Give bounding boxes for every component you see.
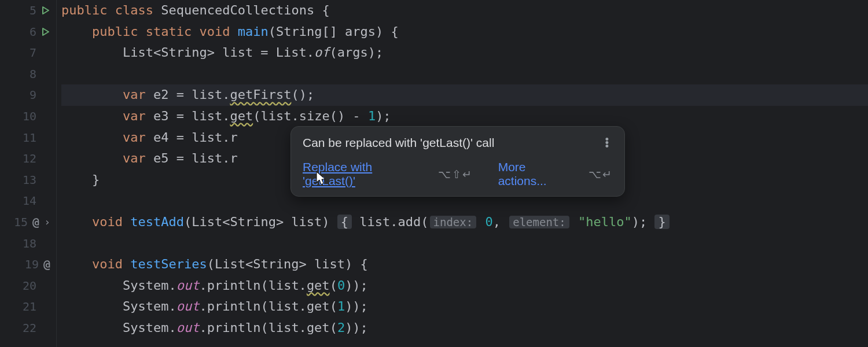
static-field: out xyxy=(176,278,200,293)
code-text: .println(list. xyxy=(199,299,306,313)
code-line[interactable]: void testSeries(List<String> list) { xyxy=(61,254,868,275)
override-icon[interactable]: @ xyxy=(43,254,50,275)
replace-action-link[interactable]: Replace with 'getLast()' xyxy=(303,160,425,188)
gutter-row[interactable]: 12 xyxy=(0,148,56,169)
line-number: 7 xyxy=(23,42,36,64)
code-line[interactable] xyxy=(61,64,868,85)
gutter-row[interactable]: 8 xyxy=(0,64,56,85)
code-line[interactable] xyxy=(61,233,868,254)
keyword: void xyxy=(199,24,230,39)
gutter-row[interactable]: 5 xyxy=(0,0,56,21)
gutter-row[interactable]: 19 @ xyxy=(0,254,56,275)
shortcut-label: ⌥⇧↵ xyxy=(438,168,473,181)
signature: (List<String> list) xyxy=(184,215,337,229)
code-text: ( xyxy=(330,278,337,293)
gutter-row[interactable]: 10 xyxy=(0,106,56,127)
more-actions-link[interactable]: More actions... xyxy=(498,160,576,188)
gutter-row[interactable]: 14 xyxy=(0,190,56,212)
gutter-row[interactable]: 15 @ › xyxy=(0,212,56,233)
line-number: 12 xyxy=(23,148,36,169)
code-editor: 5 6 7 8 9 10 11 12 13 14 15 @ › 18 19 @ … xyxy=(0,0,868,347)
keyword: var xyxy=(123,151,146,165)
class-name: SequencedCollections xyxy=(161,3,314,17)
keyword: var xyxy=(123,130,146,145)
run-icon[interactable] xyxy=(41,6,50,15)
code-text: = list.r xyxy=(168,151,237,165)
warned-call[interactable]: get xyxy=(230,109,253,123)
line-number: 5 xyxy=(23,0,36,21)
code-text: ( xyxy=(330,299,337,313)
line-number: 21 xyxy=(23,296,36,318)
code-text: .println(list. xyxy=(199,278,306,293)
code-text: = list.r xyxy=(168,130,237,145)
code-text: )); xyxy=(345,320,368,335)
gutter-row[interactable]: 20 xyxy=(0,275,56,297)
number: 0 xyxy=(485,215,492,229)
keyword: void xyxy=(92,215,123,229)
signature: (List<String> list) { xyxy=(207,257,368,271)
identifier: e5 xyxy=(153,151,169,165)
keyword: static xyxy=(146,24,192,39)
code-line[interactable]: System.out.println(list.get(1)); xyxy=(61,296,868,318)
code-line[interactable]: void testAdd(List<String> list) { list.a… xyxy=(61,212,868,233)
keyword: public xyxy=(61,3,107,17)
popup-title: Can be replaced with 'getLast()' call xyxy=(303,136,494,150)
code-line[interactable]: public class SequencedCollections { xyxy=(61,0,868,21)
number: 1 xyxy=(368,109,376,123)
code-area[interactable]: public class SequencedCollections { publ… xyxy=(57,0,868,347)
keyword: void xyxy=(92,257,123,271)
code-line[interactable]: var e3 = list.get(list.size() - 1); xyxy=(61,106,868,127)
gutter-row[interactable]: 22 xyxy=(0,318,56,339)
intention-popup: Can be replaced with 'getLast()' call ••… xyxy=(290,126,625,197)
line-number: 22 xyxy=(23,318,36,339)
code-text: System. xyxy=(61,320,176,335)
warned-call[interactable]: getFirst xyxy=(230,87,291,102)
override-icon[interactable]: @ xyxy=(32,212,39,233)
line-number: 19 xyxy=(25,254,39,275)
gutter-row[interactable]: 6 xyxy=(0,21,56,43)
code-line-current[interactable]: var e2 = list.getFirst(); xyxy=(61,84,868,106)
line-number: 8 xyxy=(23,64,36,85)
line-number: 13 xyxy=(23,169,36,191)
gutter: 5 6 7 8 9 10 11 12 13 14 15 @ › 18 19 @ … xyxy=(0,0,57,347)
param-hint: index: xyxy=(430,216,477,228)
identifier: e4 xyxy=(153,130,169,145)
code-text: ( xyxy=(330,320,337,335)
static-field: out xyxy=(176,299,200,313)
chevron-right-icon[interactable]: › xyxy=(44,212,50,233)
space xyxy=(477,215,485,229)
gutter-row[interactable]: 13 xyxy=(0,169,56,191)
warned-call[interactable]: get xyxy=(307,278,330,293)
run-icon[interactable] xyxy=(41,27,50,36)
method-call: get xyxy=(307,299,330,313)
line-number: 14 xyxy=(23,190,36,212)
static-field: out xyxy=(176,320,200,335)
number: 0 xyxy=(337,278,345,293)
keyword: var xyxy=(123,109,146,123)
gutter-row[interactable]: 11 xyxy=(0,127,56,149)
static-method: of xyxy=(314,45,330,60)
gutter-row[interactable]: 18 xyxy=(0,233,56,254)
code-line[interactable]: public static void main(String[] args) { xyxy=(61,21,868,43)
code-line[interactable]: System.out.println(list.get(2)); xyxy=(61,318,868,339)
code-line[interactable]: List<String> list = List.of(args); xyxy=(61,42,868,64)
code-text: System. xyxy=(61,278,176,293)
shortcut-label: ⌥↵ xyxy=(589,168,613,181)
kebab-icon[interactable]: ••• xyxy=(601,138,613,148)
code-text: (list.size() - xyxy=(253,109,368,123)
fold-brace[interactable]: } xyxy=(654,215,669,229)
keyword: var xyxy=(123,87,146,102)
number: 1 xyxy=(337,299,345,313)
code-line[interactable]: System.out.println(list.get(0)); xyxy=(61,275,868,297)
gutter-row[interactable]: 7 xyxy=(0,42,56,64)
fold-brace[interactable]: { xyxy=(337,215,352,229)
space xyxy=(571,215,578,229)
identifier: e2 xyxy=(153,87,169,102)
code-text: )); xyxy=(345,278,368,293)
code-text: ); xyxy=(632,215,655,229)
gutter-row[interactable]: 9 xyxy=(0,84,56,106)
popup-header: Can be replaced with 'getLast()' call ••… xyxy=(303,136,613,150)
number: 2 xyxy=(337,320,345,335)
identifier: e3 xyxy=(153,109,169,123)
gutter-row[interactable]: 21 xyxy=(0,296,56,318)
